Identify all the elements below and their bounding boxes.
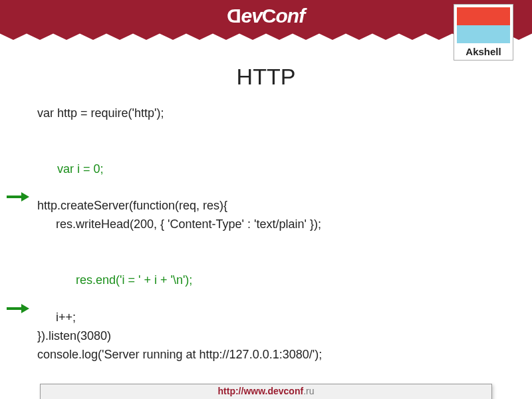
header-zigzag-decor	[0, 32, 532, 40]
header-bar: DevConf	[0, 0, 532, 32]
footer-url-suffix: .ru	[303, 386, 314, 396]
code-line-7: }).listen(3080)	[37, 327, 499, 346]
brand-logo: DevConf	[227, 5, 305, 27]
slide-content: HTTP var http = require('http'); var i =…	[0, 40, 532, 399]
svg-marker-1	[21, 192, 29, 201]
code-line-3: http.createServer(function(req, res){	[37, 197, 499, 215]
code-line-4: res.writeHead(200, { 'Content-Type' : 't…	[37, 215, 499, 234]
code-line-5: res.end('i = ' + i + '\n');	[37, 234, 499, 309]
code-text: var i = 0;	[57, 162, 104, 176]
code-text: res.end('i = ' + i + '\n');	[76, 273, 192, 287]
code-line-1: var http = require('http');	[37, 104, 499, 123]
arrow-right-icon	[7, 267, 29, 276]
code-line-6: i++;	[37, 309, 499, 327]
footer-url: http://www.devconf.ru	[0, 386, 532, 396]
code-line-8: console.log('Server running at http://12…	[37, 346, 499, 364]
footer-url-domain: devconf	[267, 386, 303, 396]
arrow-right-icon	[7, 156, 29, 165]
sponsor-flag-icon	[457, 7, 510, 43]
sponsor-label: Akshell	[457, 46, 510, 57]
code-block: var http = require('http'); var i = 0; h…	[33, 104, 499, 364]
code-line-2: var i = 0;	[37, 123, 499, 198]
svg-marker-3	[21, 304, 29, 313]
slide-title: HTTP	[33, 64, 499, 90]
footer-url-prefix: http://www.	[218, 386, 268, 396]
sponsor-box: Akshell	[454, 4, 513, 61]
